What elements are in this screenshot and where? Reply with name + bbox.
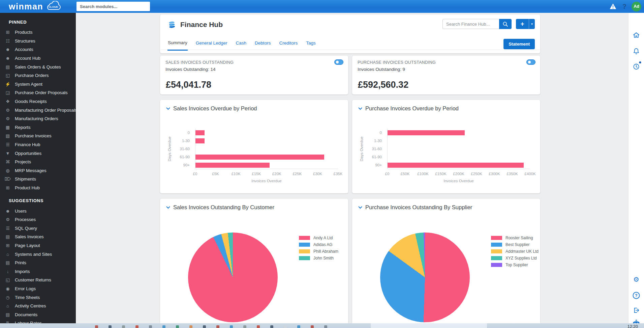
conveyor-icon: ⚙ [4, 116, 11, 121]
sidebar-item[interactable]: ⚙ Manufacturing Orders [0, 114, 76, 123]
axis-category-label: 0 [172, 129, 190, 137]
sidebar-item[interactable]: ❖ Goods Receipts [0, 97, 76, 106]
sign-out-icon[interactable] [633, 306, 640, 314]
legend-item[interactable]: Rooster Sailing [491, 235, 539, 241]
legend-item[interactable]: Adidas AG [299, 241, 338, 248]
bar-plot-area [387, 129, 530, 169]
legend-item[interactable]: Addmaster UK Ltd [491, 248, 539, 255]
sidebar-item[interactable]: ☰ Finance Hub [0, 140, 76, 149]
sidebar-item[interactable]: ☻ Users [0, 207, 76, 215]
sidebar-item-label: Structures [15, 38, 35, 44]
boxes-icon: ⊞ [4, 185, 11, 190]
sidebar-item[interactable]: ⌂ Activity Centres [0, 302, 76, 310]
tab-creditors[interactable]: Creditors [279, 40, 298, 50]
y-axis-label: Days Overdue [167, 129, 172, 169]
app-logo[interactable]: winman CLOUD [9, 1, 62, 12]
sidebar-item[interactable]: ▦ Reports [0, 123, 76, 132]
legend-label: XYZ Supplies Ltd [505, 256, 537, 261]
legend-item[interactable]: Andy A Ltd [299, 235, 338, 241]
sidebar-item[interactable]: ⌂ Systems and Sites [0, 250, 76, 258]
collapse-chevron-icon[interactable] [358, 206, 362, 209]
sidebar-item[interactable]: ☷ Structures [0, 37, 76, 46]
legend-swatch [299, 243, 310, 247]
axis-category-label: 61-90 [172, 153, 190, 161]
bar-row [388, 137, 530, 145]
sidebar-item[interactable]: ▤ Sales Orders & Quotes [0, 62, 76, 71]
search-modules-input[interactable] [76, 2, 150, 11]
os-taskbar[interactable]: 12:20 [0, 323, 644, 328]
notifications-bell-icon[interactable] [633, 47, 640, 56]
taskbar-app-icon [162, 325, 165, 328]
help-circle-icon[interactable]: ? [633, 292, 640, 299]
sidebar-item[interactable]: ◱ Purchase Orders [0, 71, 76, 80]
legend-item[interactable]: XYZ Supplies Ltd [491, 255, 539, 262]
sidebar-item[interactable]: ☻ Accounts [0, 45, 76, 54]
sidebar-item[interactable]: ⌦ Shipments [0, 175, 76, 184]
legend-item[interactable]: Top Supplier [491, 262, 539, 268]
tab-cash[interactable]: Cash [236, 40, 247, 50]
legend-item[interactable]: Phill Abraham [299, 248, 338, 255]
add-dropdown-caret[interactable]: ▼ [529, 19, 535, 29]
kpi-subtitle: Invoices Outstanding: 14 [165, 67, 343, 72]
sidebar-item[interactable]: ◉ Error Logs [0, 284, 76, 293]
sidebar-item[interactable]: ↓ Imports [0, 267, 76, 276]
invoice-icon: ▤ [4, 234, 11, 239]
tab-general-ledger[interactable]: General Ledger [195, 40, 228, 50]
history-clock-icon[interactable] [633, 63, 640, 71]
add-button[interactable]: + [516, 19, 529, 29]
sidebar-item[interactable]: ▤ Documents [0, 310, 76, 319]
sidebar-item-label: Sales Orders & Quotes [15, 64, 61, 70]
card-toggle-icon[interactable] [334, 59, 343, 65]
collapse-chevron-icon[interactable] [358, 107, 362, 110]
sidebar-item[interactable]: ⌘ Projects [0, 158, 76, 166]
tab-debtors[interactable]: Debtors [254, 40, 271, 50]
sidebar-item[interactable]: ⚙ Processes [0, 215, 76, 224]
sidebar-item[interactable]: ⚙ Manufacturing Order Proposals [0, 106, 76, 114]
avatar[interactable]: Ad [632, 2, 641, 11]
sidebar-item-label: SQL Query [15, 226, 37, 231]
sidebar-item[interactable]: ◷ Time Sheets [0, 293, 76, 302]
cloud-logo-icon: CLOUD [44, 1, 62, 12]
sidebar-item-label: Shipments [15, 176, 36, 182]
collapse-chevron-icon[interactable] [166, 107, 170, 110]
sidebar-item[interactable]: ☰ SQL Query [0, 224, 76, 233]
tab-summary[interactable]: Summary [167, 40, 188, 51]
settings-gear-icon[interactable]: ⚙ [633, 276, 639, 283]
sidebar-item[interactable]: ⊞ Page Layout [0, 241, 76, 250]
axis-category-label: 1-30 [172, 137, 190, 145]
sidebar-item[interactable]: ⊞ Products [0, 28, 76, 37]
sidebar-item[interactable]: ⊞ Product Hub [0, 184, 76, 192]
bar-row [195, 129, 338, 137]
legend-item[interactable]: John Smith [299, 255, 338, 262]
search-button[interactable] [499, 19, 512, 29]
search-finance-hub-input[interactable] [442, 19, 499, 29]
sidebar-item[interactable]: ▤ Prints [0, 258, 76, 267]
bar-row [195, 153, 338, 161]
sidebar-item[interactable]: ◍ MRP Messages [0, 166, 76, 175]
sidebar-item[interactable]: ◱ Customer Returns [0, 276, 76, 284]
collapse-chevron-icon[interactable] [166, 206, 170, 209]
taskbar-app-icon [95, 325, 98, 328]
sidebar-item[interactable]: ◲ Purchase Order Proposals [0, 88, 76, 97]
warning-icon[interactable] [609, 2, 617, 10]
legend-swatch [299, 256, 310, 260]
print-icon: ▤ [4, 260, 11, 265]
card-toggle-icon[interactable] [526, 59, 535, 65]
sidebar-item[interactable]: ▼ Opportunities [0, 149, 76, 158]
axis-tick-label: £25K [293, 172, 302, 176]
statement-button[interactable]: Statement [503, 39, 535, 49]
bar-row [388, 145, 530, 153]
taskbar-active-window [371, 323, 487, 328]
sidebar-item[interactable]: ▤ Sales Invoices [0, 233, 76, 241]
sidebar-item[interactable]: ▧ Purchase Invoices [0, 132, 76, 140]
home-icon[interactable] [632, 31, 640, 39]
help-icon[interactable]: ? [622, 3, 626, 10]
sidebar-item[interactable]: ⚡ System Agent [0, 80, 76, 89]
chart-title: Sales Invoices Overdue by Period [173, 105, 257, 112]
tab-tags[interactable]: Tags [306, 40, 316, 50]
sidebar-item[interactable]: ☻ Account Hub [0, 54, 76, 63]
legend-item[interactable]: Best Supplier [491, 241, 539, 248]
legend-label: Best Supplier [505, 242, 529, 247]
kpi-amount: £592,560.32 [358, 80, 408, 90]
sidebar-item-label: Time Sheets [15, 295, 40, 300]
